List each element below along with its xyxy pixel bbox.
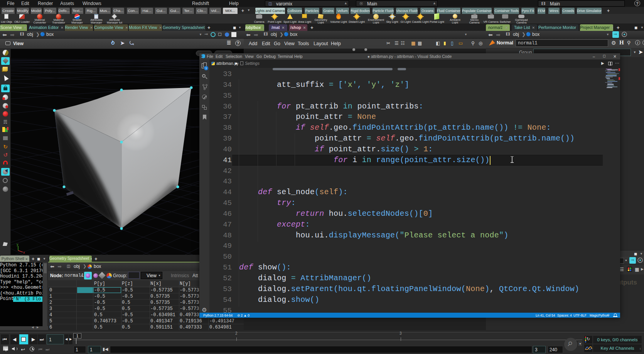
- svg-text:y: y: [17, 242, 19, 246]
- svg-text:x: x: [23, 251, 25, 254]
